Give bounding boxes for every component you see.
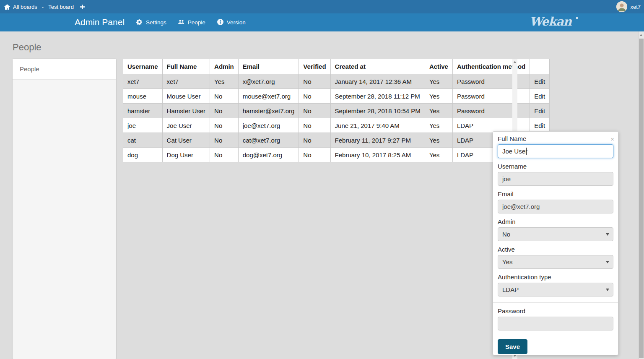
column-header: Active: [425, 59, 452, 74]
cell-edit: Edit: [530, 118, 550, 133]
breadcrumb-all-boards[interactable]: All boards: [13, 4, 37, 10]
edit-link[interactable]: Edit: [534, 122, 545, 129]
edit-link[interactable]: Edit: [534, 107, 545, 114]
cell-admin: Yes: [210, 74, 239, 89]
logo-dot: [576, 17, 578, 19]
menu-item-people[interactable]: People: [178, 19, 205, 26]
active-label: Active: [498, 246, 613, 253]
top-navigation-bar: All boards - Test board xet7: [0, 0, 644, 13]
admin-label: Admin: [498, 218, 613, 225]
add-board-icon[interactable]: [77, 5, 85, 9]
cell-active: Yes: [425, 74, 452, 89]
cell-full-name: Dog User: [162, 148, 210, 162]
cell-verified: No: [299, 89, 330, 104]
cell-created-at: September 28, 2018 10:54 PM: [330, 104, 425, 118]
cell-full-name: xet7: [162, 74, 210, 89]
active-select[interactable]: Yes: [498, 255, 613, 269]
people-icon: [178, 19, 184, 26]
cell-active: Yes: [425, 118, 452, 133]
cell-verified: No: [299, 104, 330, 118]
username-input: [498, 172, 613, 186]
text-cursor: [526, 148, 527, 155]
cell-verified: No: [299, 74, 330, 89]
scroll-up-icon[interactable]: [514, 61, 516, 63]
table-row: xet7xet7Yesx@xet7.orgNoJanuary 14, 2017 …: [123, 74, 550, 89]
cell-email: hamster@xet7.org: [238, 104, 299, 118]
cell-active: Yes: [425, 133, 452, 148]
chevron-down-icon: [606, 289, 609, 291]
cell-created-at: February 11, 2017 9:27 PM: [330, 133, 425, 148]
column-header: Created at: [330, 59, 425, 74]
chevron-down-icon: [606, 261, 609, 263]
edit-link[interactable]: Edit: [534, 93, 545, 100]
cell-username: hamster: [123, 104, 163, 118]
full-name-input[interactable]: [498, 144, 613, 158]
current-user-name[interactable]: xet7: [630, 4, 641, 10]
table-row: dogDog UserNodog@xet7.orgNoFebruary 10, …: [123, 148, 550, 162]
cell-created-at: September 28, 2018 11:12 PM: [330, 89, 425, 104]
cell-full-name: Mouse User: [162, 89, 210, 104]
cell-active: Yes: [425, 89, 452, 104]
column-header: Authentication method: [452, 59, 530, 74]
people-table: UsernameFull NameAdminEmailVerifiedCreat…: [123, 59, 550, 162]
cell-email: mouse@xet7.org: [238, 89, 299, 104]
cell-admin: No: [210, 148, 239, 162]
cell-admin: No: [210, 89, 239, 104]
cell-created-at: February 10, 2017 8:25 AM: [330, 148, 425, 162]
cell-created-at: January 14, 2017 12:36 AM: [330, 74, 425, 89]
cell-created-at: June 21, 2017 9:40 AM: [330, 118, 425, 133]
cell-username: mouse: [123, 89, 163, 104]
menu-label-settings: Settings: [146, 19, 166, 26]
email-input: [498, 200, 613, 213]
cell-verified: No: [299, 133, 330, 148]
admin-select[interactable]: No: [498, 227, 613, 241]
admin-panel-title: Admin Panel: [75, 17, 125, 27]
page-scrollbar[interactable]: [638, 31, 644, 359]
password-input[interactable]: [498, 317, 613, 330]
table-row: catCat UserNocat@xet7.orgNoFebruary 11, …: [123, 133, 550, 148]
menu-label-people: People: [188, 19, 205, 26]
scrollbar-thumb[interactable]: [639, 39, 644, 358]
edit-link[interactable]: Edit: [534, 78, 545, 85]
wekan-logo[interactable]: Wekan: [530, 15, 580, 31]
column-header: Verified: [299, 59, 330, 74]
cell-username: cat: [123, 133, 163, 148]
cell-email: joe@xet7.org: [238, 118, 299, 133]
avatar[interactable]: [616, 1, 627, 12]
admin-panel-bar: Admin Panel Settings People Version Weka…: [0, 13, 644, 31]
menu-label-version: Version: [227, 19, 246, 26]
cell-active: Yes: [425, 104, 452, 118]
column-header: [530, 59, 550, 74]
column-header: Full Name: [162, 59, 210, 74]
cell-admin: No: [210, 118, 239, 133]
sidebar-item-people[interactable]: People: [13, 59, 116, 80]
close-icon[interactable]: ×: [610, 137, 614, 141]
email-label: Email: [498, 190, 613, 198]
cell-active: Yes: [425, 148, 452, 162]
edit-user-panel: × Full Name Username Email Admin No Acti…: [493, 131, 618, 355]
auth-type-select[interactable]: LDAP: [498, 283, 613, 297]
breadcrumb-board-name[interactable]: Test board: [48, 4, 74, 10]
home-icon[interactable]: [4, 4, 10, 10]
username-label: Username: [498, 163, 613, 170]
page-title: People: [13, 42, 42, 53]
cell-auth: Password: [452, 89, 530, 104]
menu-item-version[interactable]: Version: [217, 19, 246, 26]
admin-menu: Settings People Version: [136, 13, 246, 31]
panel-divider: [493, 302, 618, 303]
cell-auth: Password: [452, 104, 530, 118]
cell-username: dog: [123, 148, 163, 162]
table-row: joeJoe UserNojoe@xet7.orgNoJune 21, 2017…: [123, 118, 550, 133]
cell-username: xet7: [123, 74, 163, 89]
menu-item-settings[interactable]: Settings: [136, 19, 166, 26]
save-button[interactable]: Save: [498, 339, 527, 354]
cell-full-name: Joe User: [162, 118, 210, 133]
table-row: hamsterHamster UserNohamster@xet7.orgNoS…: [123, 104, 550, 118]
cell-email: x@xet7.org: [238, 74, 299, 89]
table-row: mouseMouse UserNomouse@xet7.orgNoSeptemb…: [123, 89, 550, 104]
column-header: Admin: [210, 59, 239, 74]
column-header: Email: [238, 59, 299, 74]
scroll-up-icon[interactable]: [640, 34, 642, 36]
cell-email: cat@xet7.org: [238, 133, 299, 148]
cell-edit: Edit: [530, 74, 550, 89]
